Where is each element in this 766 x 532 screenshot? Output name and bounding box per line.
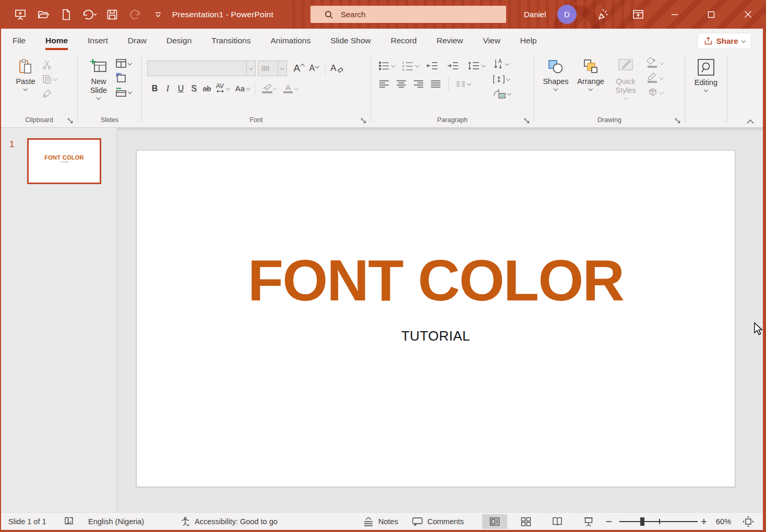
shapes-button[interactable]: Shapes	[538, 52, 573, 110]
chevron-down-icon[interactable]	[226, 86, 230, 90]
editing-button[interactable]: Editing	[685, 52, 727, 110]
grow-font-button[interactable]: A	[292, 62, 305, 76]
search-input[interactable]	[341, 10, 487, 19]
slide-title-text[interactable]: FONT COLOR	[137, 251, 735, 310]
decrease-indent-icon[interactable]	[426, 61, 438, 70]
slide-thumbnail[interactable]: FONT COLOR TUTORIAL	[27, 138, 101, 184]
search-bar[interactable]	[310, 6, 506, 23]
section-icon	[115, 87, 127, 97]
section-button[interactable]	[115, 87, 131, 97]
notes-button[interactable]: Notes	[363, 513, 398, 530]
slide-subtitle-text[interactable]: TUTORIAL	[137, 328, 735, 344]
start-slideshow-icon[interactable]	[11, 6, 29, 23]
close-button[interactable]	[736, 0, 760, 29]
tab-file[interactable]: File	[3, 29, 35, 52]
save-icon[interactable]	[103, 6, 121, 23]
tab-insert[interactable]: Insert	[78, 29, 118, 52]
tab-help[interactable]: Help	[510, 29, 547, 52]
zoom-out-button[interactable]	[605, 513, 613, 530]
spell-check-icon[interactable]	[64, 513, 74, 530]
new-slide-button[interactable]: New Slide	[82, 52, 115, 110]
align-left-icon[interactable]	[378, 79, 390, 89]
slide-sorter-view-button[interactable]	[513, 514, 538, 529]
open-file-icon[interactable]	[34, 6, 52, 23]
columns-button[interactable]	[456, 80, 471, 88]
chevron-down-icon	[660, 61, 664, 65]
comments-button[interactable]: Comments	[412, 513, 464, 530]
normal-view-button[interactable]	[482, 514, 507, 529]
chevron-down-icon[interactable]	[246, 86, 250, 90]
align-center-icon[interactable]	[396, 79, 407, 89]
text-direction-button[interactable]: A	[493, 58, 511, 70]
clear-formatting-button[interactable]: A	[330, 62, 343, 76]
new-file-icon[interactable]	[57, 6, 75, 23]
share-button[interactable]: Share	[697, 33, 751, 49]
drawing-dialog-launcher[interactable]	[675, 118, 680, 124]
paragraph-dialog-launcher[interactable]	[524, 118, 530, 124]
window-border-right[interactable]	[763, 29, 766, 532]
slide-indicator[interactable]: Slide 1 of 1	[8, 513, 46, 530]
zoom-in-button[interactable]	[700, 513, 708, 530]
bold-button[interactable]: B	[148, 81, 161, 95]
chevron-down-icon[interactable]	[415, 63, 419, 67]
tab-home[interactable]: Home	[35, 29, 78, 52]
zoom-level[interactable]: 60%	[716, 513, 731, 530]
font-name-combobox[interactable]	[147, 61, 256, 76]
font-dialog-launcher[interactable]	[361, 118, 366, 124]
layout-button[interactable]	[115, 58, 131, 68]
tab-review[interactable]: Review	[427, 29, 473, 52]
maximize-button[interactable]	[699, 0, 723, 29]
tab-view[interactable]: View	[473, 29, 510, 52]
reading-view-button[interactable]	[545, 514, 570, 529]
zoom-slider[interactable]	[619, 513, 698, 530]
chevron-down-icon[interactable]	[246, 61, 255, 76]
justify-icon[interactable]	[430, 79, 441, 89]
line-spacing-icon[interactable]	[468, 61, 480, 71]
coming-soon-icon[interactable]	[591, 0, 615, 29]
window-title: Presentation1 - PowerPoint	[172, 0, 273, 29]
clipboard-dialog-launcher[interactable]	[67, 118, 73, 124]
tab-animations[interactable]: Animations	[260, 29, 320, 52]
character-spacing-button[interactable]: AV	[213, 81, 226, 95]
zoom-slider-thumb[interactable]	[640, 517, 644, 526]
bullets-icon[interactable]	[378, 61, 390, 71]
chevron-down-icon	[505, 62, 509, 66]
fit-slide-to-window-button[interactable]	[742, 513, 755, 530]
strikethrough-button[interactable]: ab	[200, 81, 213, 95]
zoom-slider-track[interactable]	[619, 521, 698, 522]
tab-slide-show[interactable]: Slide Show	[320, 29, 381, 52]
numbering-icon[interactable]: 123	[401, 61, 414, 71]
italic-button[interactable]: I	[161, 81, 174, 95]
tab-design[interactable]: Design	[157, 29, 201, 52]
tab-transitions[interactable]: Transitions	[201, 29, 260, 52]
align-right-icon[interactable]	[413, 79, 424, 89]
text-shadow-button[interactable]: S	[187, 81, 200, 95]
underline-button[interactable]: U	[174, 81, 187, 95]
chevron-down-icon[interactable]	[278, 61, 286, 76]
change-case-button[interactable]: Aa	[234, 81, 247, 95]
chevron-down-icon	[294, 86, 298, 90]
customize-qat-icon[interactable]	[149, 6, 167, 23]
accessibility-status[interactable]: Accessibility: Good to go	[180, 513, 278, 530]
slide-show-button[interactable]	[576, 514, 601, 529]
undo-icon[interactable]	[80, 6, 98, 23]
align-text-button[interactable]	[493, 75, 511, 84]
chevron-down-icon[interactable]	[391, 63, 396, 67]
user-name[interactable]: Daniel	[524, 0, 546, 29]
tab-draw[interactable]: Draw	[118, 29, 157, 52]
reset-button[interactable]	[115, 72, 131, 83]
avatar[interactable]: D	[557, 5, 577, 24]
tab-record[interactable]: Record	[381, 29, 427, 52]
minimize-button[interactable]	[663, 0, 687, 29]
paste-button[interactable]: Paste	[9, 52, 42, 110]
chevron-down-icon[interactable]	[482, 63, 486, 67]
font-size-combobox[interactable]: 88	[258, 61, 287, 76]
language-indicator[interactable]: English (Nigeria)	[88, 513, 144, 530]
shrink-font-button[interactable]: A	[307, 62, 320, 76]
convert-to-smartart-button[interactable]	[493, 89, 511, 99]
increase-indent-icon[interactable]	[447, 61, 459, 70]
collapse-ribbon-button[interactable]	[746, 119, 755, 124]
ribbon-display-options-icon[interactable]	[626, 0, 650, 29]
arrange-button[interactable]: Arrange	[573, 52, 608, 110]
slide-canvas[interactable]: FONT COLOR TUTORIAL	[136, 150, 735, 487]
